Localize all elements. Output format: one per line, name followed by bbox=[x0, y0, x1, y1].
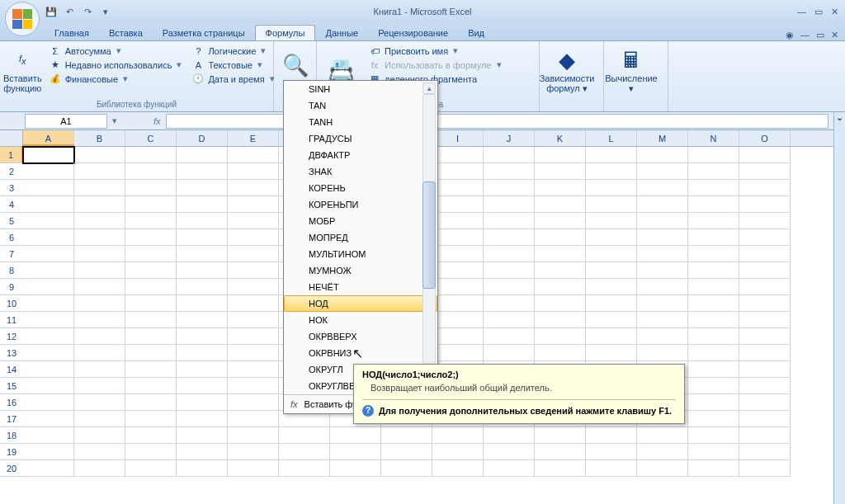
cell[interactable] bbox=[177, 295, 228, 312]
cell[interactable] bbox=[484, 345, 535, 361]
cell[interactable] bbox=[637, 312, 688, 328]
cell[interactable] bbox=[177, 196, 228, 213]
cell[interactable] bbox=[74, 147, 125, 163]
row-header[interactable]: 11 bbox=[0, 312, 23, 328]
tab-page-layout[interactable]: Разметка страницы bbox=[153, 26, 255, 40]
cell[interactable] bbox=[432, 444, 484, 460]
cell[interactable] bbox=[228, 262, 279, 279]
menu-scrollbar[interactable]: ▴ ▾ bbox=[422, 82, 436, 412]
cell[interactable] bbox=[637, 213, 688, 229]
cell[interactable] bbox=[74, 427, 125, 444]
name-box[interactable]: A1 bbox=[25, 114, 107, 129]
cell[interactable] bbox=[432, 328, 484, 345]
cell[interactable] bbox=[279, 460, 330, 477]
cell[interactable] bbox=[125, 246, 177, 262]
row-header[interactable]: 15 bbox=[0, 378, 23, 394]
cell[interactable] bbox=[177, 394, 228, 411]
cell[interactable] bbox=[74, 312, 125, 328]
row-header[interactable]: 17 bbox=[0, 411, 23, 427]
menu-item[interactable]: TAN bbox=[284, 97, 437, 114]
close-button[interactable]: ✕ bbox=[831, 7, 838, 17]
cell[interactable] bbox=[125, 180, 177, 196]
cell[interactable] bbox=[637, 427, 688, 444]
cell[interactable] bbox=[74, 246, 125, 262]
cell[interactable] bbox=[637, 246, 688, 262]
cell[interactable] bbox=[586, 460, 637, 477]
cell[interactable] bbox=[177, 229, 228, 246]
cell[interactable] bbox=[125, 229, 177, 246]
formula-bar-expand[interactable]: ⌄ bbox=[833, 112, 845, 130]
cell[interactable] bbox=[484, 444, 535, 460]
cell[interactable] bbox=[432, 229, 484, 246]
cell[interactable] bbox=[535, 427, 586, 444]
column-header[interactable]: O bbox=[739, 130, 791, 146]
cell[interactable] bbox=[381, 460, 432, 477]
cell[interactable] bbox=[484, 147, 535, 163]
cell[interactable] bbox=[74, 460, 125, 477]
cell[interactable] bbox=[125, 262, 177, 279]
cell[interactable] bbox=[74, 180, 125, 196]
cell[interactable] bbox=[74, 361, 125, 378]
cell[interactable] bbox=[688, 246, 739, 262]
column-header[interactable]: L bbox=[586, 130, 637, 146]
column-header[interactable]: J bbox=[484, 130, 535, 146]
cell[interactable] bbox=[688, 295, 739, 312]
cell[interactable] bbox=[688, 229, 739, 246]
redo-icon[interactable]: ↷ bbox=[81, 5, 94, 18]
cell[interactable] bbox=[739, 378, 791, 394]
cell[interactable] bbox=[177, 246, 228, 262]
cell[interactable] bbox=[432, 246, 484, 262]
cell[interactable] bbox=[23, 229, 74, 246]
cell[interactable] bbox=[739, 279, 791, 295]
cell[interactable] bbox=[177, 427, 228, 444]
menu-item[interactable]: МОПРЕД bbox=[284, 229, 437, 246]
cell[interactable] bbox=[330, 427, 381, 444]
row-header[interactable]: 1 bbox=[0, 147, 23, 163]
cell[interactable] bbox=[432, 213, 484, 229]
cell[interactable] bbox=[74, 378, 125, 394]
cell[interactable] bbox=[125, 295, 177, 312]
cell[interactable] bbox=[484, 460, 535, 477]
cell[interactable] bbox=[228, 163, 279, 180]
cell[interactable] bbox=[484, 328, 535, 345]
cell[interactable] bbox=[125, 444, 177, 460]
cell[interactable] bbox=[432, 180, 484, 196]
column-header[interactable]: M bbox=[637, 130, 688, 146]
cell[interactable] bbox=[228, 229, 279, 246]
cell[interactable] bbox=[23, 180, 74, 196]
cell[interactable] bbox=[177, 361, 228, 378]
column-header[interactable]: A bbox=[23, 130, 74, 146]
cell[interactable] bbox=[23, 328, 74, 345]
cell[interactable] bbox=[125, 163, 177, 180]
cell[interactable] bbox=[74, 295, 125, 312]
column-header[interactable]: C bbox=[125, 130, 177, 146]
menu-item[interactable]: SINH bbox=[284, 81, 437, 97]
cell[interactable] bbox=[484, 279, 535, 295]
cell[interactable] bbox=[23, 345, 74, 361]
cell[interactable] bbox=[23, 295, 74, 312]
row-header[interactable]: 6 bbox=[0, 229, 23, 246]
cell[interactable] bbox=[688, 411, 739, 427]
cell[interactable] bbox=[484, 295, 535, 312]
formula-input[interactable] bbox=[166, 114, 828, 129]
cell[interactable] bbox=[688, 213, 739, 229]
cell[interactable] bbox=[586, 262, 637, 279]
cell[interactable] bbox=[484, 180, 535, 196]
cell[interactable] bbox=[688, 262, 739, 279]
tab-data[interactable]: Данные bbox=[315, 26, 368, 40]
cell[interactable] bbox=[688, 427, 739, 444]
cell[interactable] bbox=[739, 246, 791, 262]
cell[interactable] bbox=[688, 328, 739, 345]
cell[interactable] bbox=[228, 295, 279, 312]
cell[interactable] bbox=[535, 196, 586, 213]
cell[interactable] bbox=[739, 394, 791, 411]
cell[interactable] bbox=[432, 427, 484, 444]
cell[interactable] bbox=[228, 394, 279, 411]
cell[interactable] bbox=[484, 196, 535, 213]
datetime-button[interactable]: 🕐Дата и время▾ bbox=[188, 73, 277, 85]
tab-review[interactable]: Рецензирование bbox=[368, 26, 458, 40]
autosum-button[interactable]: ΣАвтосумма▾ bbox=[45, 45, 186, 57]
cell[interactable] bbox=[688, 460, 739, 477]
cell[interactable] bbox=[535, 147, 586, 163]
cell[interactable] bbox=[688, 444, 739, 460]
